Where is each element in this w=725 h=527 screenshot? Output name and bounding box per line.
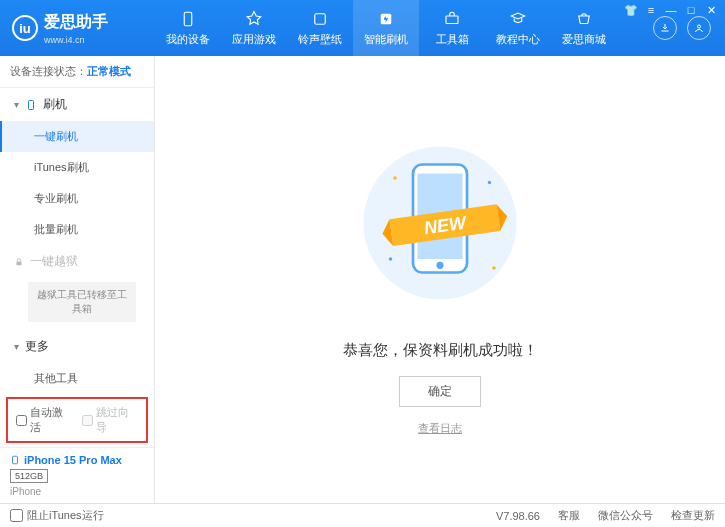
nav-my-device[interactable]: 我的设备 (155, 0, 221, 56)
nav-tutorials[interactable]: 教程中心 (485, 0, 551, 56)
nav-apps-games[interactable]: 应用游戏 (221, 0, 287, 56)
ok-button[interactable]: 确定 (399, 376, 481, 407)
success-message: 恭喜您，保资料刷机成功啦！ (343, 341, 538, 360)
version-label: V7.98.66 (496, 510, 540, 522)
phone-icon (10, 454, 20, 466)
jailbreak-note: 越狱工具已转移至工具箱 (28, 282, 136, 322)
close-icon[interactable]: ✕ (705, 4, 717, 16)
sidebar: 设备连接状态：正常模式 ▾刷机 一键刷机 iTunes刷机 专业刷机 批量刷机 … (0, 56, 155, 503)
svg-rect-3 (446, 16, 458, 24)
skip-guide-checkbox[interactable]: 跳过向导 (82, 405, 138, 435)
sidebar-onekey-flash[interactable]: 一键刷机 (0, 121, 154, 152)
app-url: www.i4.cn (44, 35, 108, 45)
group-more[interactable]: ▾更多 (0, 330, 154, 363)
svg-rect-5 (29, 100, 34, 109)
block-itunes-checkbox[interactable]: 阻止iTunes运行 (10, 508, 104, 523)
minimize-icon[interactable]: ― (665, 4, 677, 16)
logo: iu 爱思助手 www.i4.cn (0, 12, 155, 45)
menu-icon[interactable]: ≡ (645, 4, 657, 16)
footer: 阻止iTunes运行 V7.98.66 客服 微信公众号 检查更新 (0, 503, 725, 527)
window-controls: 👕 ≡ ― □ ✕ (625, 4, 717, 16)
options-highlight-box: 自动激活 跳过向导 (6, 397, 148, 443)
maximize-icon[interactable]: □ (685, 4, 697, 16)
device-name[interactable]: iPhone 15 Pro Max (10, 454, 144, 466)
header-right (653, 16, 725, 40)
device-storage: 512GB (10, 469, 48, 483)
titlebar: iu 爱思助手 www.i4.cn 我的设备 应用游戏 铃声壁纸 智能刷机 工具… (0, 0, 725, 56)
group-flash[interactable]: ▾刷机 (0, 88, 154, 121)
check-update-link[interactable]: 检查更新 (671, 508, 715, 523)
svg-rect-1 (315, 13, 326, 24)
chevron-down-icon: ▾ (14, 99, 19, 110)
support-link[interactable]: 客服 (558, 508, 580, 523)
success-illustration: NEW (350, 123, 530, 323)
device-type: iPhone (10, 486, 144, 497)
sidebar-itunes-flash[interactable]: iTunes刷机 (0, 152, 154, 183)
svg-rect-7 (13, 456, 18, 464)
nav-smart-flash[interactable]: 智能刷机 (353, 0, 419, 56)
download-button[interactable] (653, 16, 677, 40)
auto-activate-checkbox[interactable]: 自动激活 (16, 405, 72, 435)
user-button[interactable] (687, 16, 711, 40)
logo-icon: iu (12, 15, 38, 41)
nav-store[interactable]: 爱思商城 (551, 0, 617, 56)
skin-icon[interactable]: 👕 (625, 4, 637, 16)
svg-point-17 (389, 257, 393, 261)
device-info: iPhone 15 Pro Max 512GB iPhone (0, 447, 154, 503)
phone-icon (25, 99, 37, 111)
svg-point-18 (492, 266, 496, 270)
svg-point-4 (698, 25, 701, 28)
group-jailbreak[interactable]: 一键越狱 (0, 245, 154, 278)
chevron-down-icon: ▾ (14, 341, 19, 352)
svg-point-16 (488, 181, 492, 185)
svg-rect-0 (184, 12, 192, 26)
connection-status: 设备连接状态：正常模式 (0, 56, 154, 88)
nav-toolbox[interactable]: 工具箱 (419, 0, 485, 56)
main-panel: NEW 恭喜您，保资料刷机成功啦！ 确定 查看日志 (155, 56, 725, 503)
view-log-link[interactable]: 查看日志 (418, 421, 462, 436)
sidebar-pro-flash[interactable]: 专业刷机 (0, 183, 154, 214)
nav-ringtones[interactable]: 铃声壁纸 (287, 0, 353, 56)
lock-icon (14, 257, 24, 267)
wechat-link[interactable]: 微信公众号 (598, 508, 653, 523)
app-name: 爱思助手 (44, 12, 108, 33)
svg-point-11 (436, 262, 443, 269)
svg-rect-6 (17, 261, 22, 265)
sidebar-batch-flash[interactable]: 批量刷机 (0, 214, 154, 245)
svg-point-15 (393, 176, 397, 180)
sidebar-other-tools[interactable]: 其他工具 (0, 363, 154, 393)
top-nav: 我的设备 应用游戏 铃声壁纸 智能刷机 工具箱 教程中心 爱思商城 (155, 0, 653, 56)
